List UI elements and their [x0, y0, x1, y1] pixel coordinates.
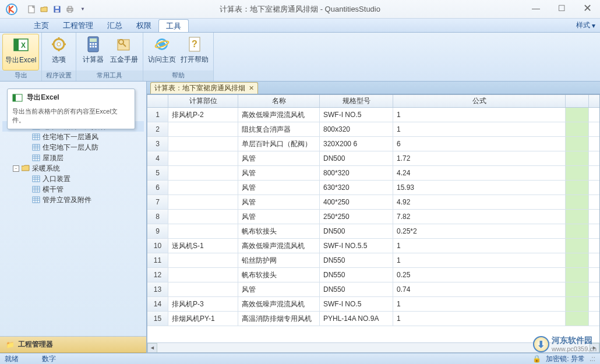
cell[interactable]: 7.82 — [393, 210, 566, 224]
export-excel-button[interactable]: X 导出Excel — [2, 34, 39, 70]
tree-item[interactable]: 横干管 — [2, 184, 144, 195]
minimize-button[interactable]: — — [523, 0, 549, 16]
row-number[interactable]: 15 — [147, 312, 168, 326]
row-number[interactable]: 8 — [147, 210, 168, 224]
cell[interactable] — [168, 210, 238, 224]
cell[interactable]: 1 — [393, 297, 566, 311]
scroll-left-icon[interactable]: ◄ — [147, 343, 157, 353]
hardware-manual-button[interactable]: 五金手册 — [108, 34, 140, 70]
tree-item[interactable]: 入口装置 — [2, 174, 144, 184]
cell[interactable] — [566, 151, 589, 165]
horizontal-scrollbar[interactable]: ◄ ► — [147, 342, 599, 352]
table-row[interactable]: 8风管250*2507.82 — [147, 210, 599, 224]
table-row[interactable]: 5风管800*3204.24 — [147, 166, 599, 181]
visit-homepage-button[interactable]: 访问主页 — [146, 34, 178, 70]
cell[interactable] — [566, 224, 589, 238]
grid-corner[interactable] — [147, 95, 168, 107]
col-header-2[interactable]: 名称 — [238, 95, 320, 107]
menu-project[interactable]: 工程管理 — [56, 19, 100, 32]
row-number[interactable]: 12 — [147, 268, 168, 282]
cell[interactable]: SWF-I NO.5 — [320, 297, 393, 311]
cell[interactable]: 250*250 — [320, 210, 393, 224]
tree-item[interactable]: 屋顶层 — [2, 153, 144, 163]
qat-dropdown-icon[interactable]: ▼ — [77, 3, 89, 15]
cell[interactable]: 帆布软接头 — [238, 268, 320, 282]
cell[interactable]: 1.72 — [393, 151, 566, 165]
cell[interactable] — [566, 239, 589, 253]
cell[interactable] — [168, 253, 238, 267]
cell[interactable]: 风管 — [238, 195, 320, 209]
cell[interactable] — [566, 195, 589, 209]
cell[interactable]: 高效低噪声混流风机 — [238, 239, 320, 253]
cell[interactable]: 帆布软接头 — [238, 224, 320, 238]
cell[interactable]: 400*250 — [320, 195, 393, 209]
row-number[interactable]: 2 — [147, 122, 168, 136]
cell[interactable]: 风管 — [238, 210, 320, 224]
cell[interactable]: 1 — [393, 122, 566, 136]
cell[interactable] — [566, 253, 589, 267]
row-number[interactable]: 7 — [147, 195, 168, 209]
cell[interactable]: 送风机S-1 — [168, 239, 238, 253]
menu-tools[interactable]: 工具 — [158, 19, 189, 32]
cell[interactable]: 630*320 — [320, 181, 393, 195]
document-tab[interactable]: 计算表：地下室裙房通风排烟 ✕ — [150, 82, 258, 94]
table-row[interactable]: 9帆布软接头DN5000.25*2 — [147, 224, 599, 239]
table-row[interactable]: 12帆布软接头DN5500.25 — [147, 268, 599, 282]
tree-item[interactable]: 住宅地下一层通风 — [2, 132, 144, 142]
menu-home[interactable]: 主页 — [27, 19, 56, 32]
project-manager-button[interactable]: 📁 工程管理器 — [0, 337, 146, 353]
cell[interactable] — [566, 210, 589, 224]
row-number[interactable]: 3 — [147, 137, 168, 151]
cell[interactable]: SWF-I NO.5 — [320, 108, 393, 122]
cell[interactable] — [566, 122, 589, 136]
cell[interactable]: DN550 — [320, 253, 393, 267]
table-row[interactable]: 3单层百叶风口（配阀）320X200 66 — [147, 137, 599, 151]
cell[interactable]: 1 — [393, 239, 566, 253]
table-row[interactable]: 1排风机P-2高效低噪声混流风机SWF-I NO.51 — [147, 108, 599, 122]
cell[interactable]: 高效低噪声混流风机 — [238, 108, 320, 122]
cell[interactable]: 15.93 — [393, 181, 566, 195]
row-number[interactable]: 6 — [147, 181, 168, 195]
col-header-1[interactable]: 计算部位 — [168, 95, 238, 107]
col-header-3[interactable]: 规格型号 — [320, 95, 393, 107]
row-number[interactable]: 1 — [147, 108, 168, 122]
cell[interactable] — [168, 282, 238, 296]
table-row[interactable]: 4风管DN5001.72 — [147, 151, 599, 166]
cell[interactable] — [566, 181, 589, 195]
menu-summary[interactable]: 汇总 — [100, 19, 129, 32]
cell[interactable] — [566, 108, 589, 122]
row-number[interactable]: 5 — [147, 166, 168, 180]
menu-permission[interactable]: 权限 — [129, 19, 158, 32]
tree-item[interactable]: -采暖系统 — [2, 163, 144, 174]
cell[interactable] — [566, 312, 589, 326]
cell[interactable]: 风管 — [238, 166, 320, 180]
tree-item[interactable]: 住宅地下一层人防 — [2, 142, 144, 153]
cell[interactable]: 1 — [393, 108, 566, 122]
cell[interactable]: 1 — [393, 312, 566, 326]
cell[interactable]: 4.92 — [393, 195, 566, 209]
cell[interactable]: 风管 — [238, 282, 320, 296]
cell[interactable]: 风管 — [238, 181, 320, 195]
tree-item[interactable]: 管井立管及附件 — [2, 195, 144, 205]
options-button[interactable]: 选项 — [44, 34, 73, 70]
row-number[interactable]: 14 — [147, 297, 168, 311]
open-help-button[interactable]: ? 打开帮助 — [178, 34, 211, 70]
cell[interactable]: 320X200 6 — [320, 137, 393, 151]
cell[interactable] — [168, 122, 238, 136]
cell[interactable] — [566, 297, 589, 311]
table-row[interactable]: 10送风机S-1高效低噪声混流风机SWF-I NO.5.51 — [147, 239, 599, 253]
cell[interactable]: 单层百叶风口（配阀） — [238, 137, 320, 151]
table-row[interactable]: 7风管400*2504.92 — [147, 195, 599, 210]
table-row[interactable]: 14排风机P-3高效低噪声混流风机SWF-I NO.51 — [147, 297, 599, 312]
cell[interactable]: PYHL-14A NO.9A — [320, 312, 393, 326]
row-number[interactable]: 11 — [147, 253, 168, 267]
cell[interactable]: DN500 — [320, 151, 393, 165]
row-number[interactable]: 4 — [147, 151, 168, 165]
table-row[interactable]: 15排烟风机PY-1高温消防排烟专用风机PYHL-14A NO.9A1 — [147, 312, 599, 326]
cell[interactable]: 排风机P-3 — [168, 297, 238, 311]
cell[interactable] — [566, 268, 589, 282]
cell[interactable] — [168, 268, 238, 282]
cell[interactable]: DN550 — [320, 282, 393, 296]
cell[interactable] — [168, 151, 238, 165]
cell[interactable]: 铅丝防护网 — [238, 253, 320, 267]
